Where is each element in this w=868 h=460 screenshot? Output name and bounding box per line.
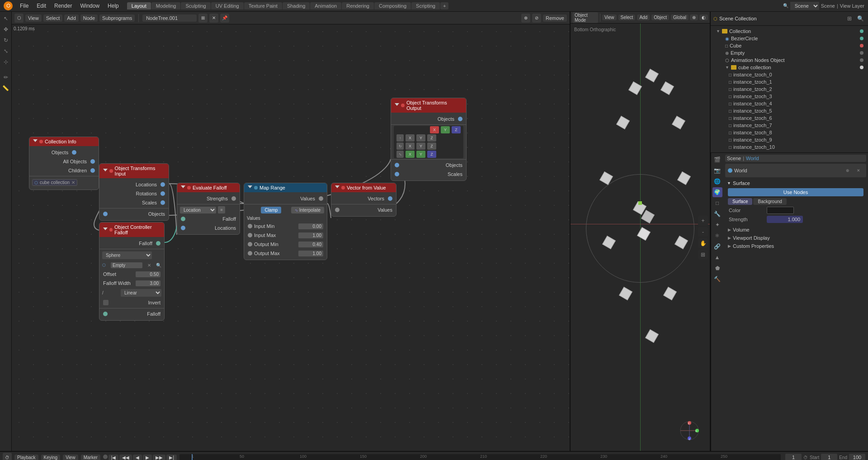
socket-values-in[interactable] (335, 208, 340, 212)
prop-object-btn[interactable]: □ (712, 198, 722, 208)
frame-end-input[interactable] (849, 454, 865, 460)
sc-item-inst1[interactable]: □ instance_tzoch_1 (712, 78, 866, 85)
node-evaluate-falloff-header[interactable]: Evaluate Falloff (177, 183, 240, 192)
frame-start-input[interactable] (821, 454, 837, 460)
vp-object-btn[interactable]: Object (651, 14, 669, 20)
row1-y[interactable]: Y (416, 134, 425, 142)
workspace-scripting[interactable]: Scripting (411, 2, 440, 9)
row1-icon[interactable]: ↑ (396, 134, 404, 142)
workspace-compositing[interactable]: Compositing (374, 2, 411, 9)
row2-x[interactable]: X (406, 142, 415, 150)
prop-data-btn[interactable]: ▲ (712, 252, 722, 262)
viewport-display-expand[interactable]: ▶ Viewport Display (725, 234, 866, 242)
prop-scene-btn[interactable]: 🎬 (712, 155, 722, 165)
y-header[interactable]: Y (441, 126, 450, 133)
row2-icon[interactable]: ↻ (396, 142, 404, 150)
node-tree-name-input[interactable] (142, 14, 197, 22)
prop-particles-btn[interactable]: ✦ (712, 220, 722, 230)
node-subprograms-btn[interactable]: Subprograms (99, 14, 135, 22)
surface-expand-row[interactable]: ▼ Surface (725, 179, 866, 187)
collapse-triangle[interactable] (103, 228, 108, 232)
sc-item-inst3[interactable]: □ instance_tzoch_3 (712, 93, 866, 100)
color-swatch[interactable] (767, 207, 794, 214)
empty-object-input[interactable] (111, 262, 142, 268)
current-frame-input[interactable] (785, 454, 802, 460)
grid-btn[interactable]: ⊞ (698, 249, 708, 259)
remove-btn[interactable]: Remove (543, 14, 567, 22)
socket-rotations-out[interactable] (160, 191, 165, 196)
workspace-layout[interactable]: Layout (127, 2, 151, 9)
sc-item-beziercircle[interactable]: ◉ BezierCircle (712, 35, 866, 42)
sc-item-collection[interactable]: ▼ Collection (712, 28, 866, 35)
x-header[interactable]: X (430, 126, 439, 133)
visibility-dot[interactable] (860, 66, 863, 69)
node-select-btn[interactable]: Select (43, 14, 63, 22)
zoom-in-btn[interactable]: + (698, 215, 708, 225)
prop-scene2-btn[interactable]: 🌐 (712, 176, 722, 186)
tag-remove[interactable]: ✕ (71, 180, 75, 185)
input-min-input[interactable] (298, 223, 323, 229)
menu-edit[interactable]: Edit (33, 2, 50, 10)
jump-end-btn[interactable]: ▶| (166, 455, 177, 460)
socket-falloff-out[interactable] (156, 241, 160, 246)
row1-x[interactable]: X (406, 134, 415, 142)
node-node-btn[interactable]: Node (80, 14, 98, 22)
node-close-icon[interactable]: ✕ (209, 14, 218, 23)
zoom-out-btn[interactable]: - (698, 227, 708, 237)
collapse-triangle[interactable] (335, 185, 340, 190)
search-btn[interactable]: 🔍 (855, 14, 865, 24)
view-btn[interactable]: View (63, 455, 78, 460)
surface-tab-background[interactable]: Background (753, 198, 786, 205)
node-pin-icon[interactable]: 📌 (220, 14, 229, 23)
tool-scale[interactable]: ⤡ (1, 46, 11, 56)
sc-item-animnodes[interactable]: ⬡ Animation Nodes Object (712, 57, 866, 64)
prop-material-btn[interactable]: ⬟ (712, 263, 722, 273)
sc-item-inst0[interactable]: □ instance_tzoch_0 (712, 71, 866, 78)
prop-renderlayers-btn[interactable]: 📷 (712, 166, 722, 175)
tool-move[interactable]: ✥ (1, 24, 11, 34)
sc-item-inst8[interactable]: □ instance_tzoch_8 (712, 129, 866, 136)
socket-falloff-in[interactable] (103, 312, 108, 316)
node-collection-info-header[interactable]: Collection Info (29, 137, 99, 146)
row3-icon[interactable]: ⤡ (396, 151, 404, 158)
prop-physics-btn[interactable]: ⚛ (712, 231, 722, 241)
collapse-triangle[interactable] (103, 169, 108, 174)
row3-z[interactable]: Z (427, 151, 436, 158)
tool-transform[interactable]: ⊹ (1, 57, 11, 67)
volume-expand[interactable]: ▶ Volume (725, 226, 866, 234)
world-browse-btn[interactable]: ⊕ (843, 166, 853, 175)
offset-input[interactable] (136, 271, 160, 277)
record-btn[interactable] (103, 455, 108, 459)
z-header[interactable]: Z (452, 126, 461, 133)
socket-outputmin-in[interactable] (248, 242, 252, 247)
workspace-animation[interactable]: Animation (310, 2, 341, 9)
workspace-add-tab[interactable]: + (440, 2, 448, 9)
sc-item-cube-collection[interactable]: ▼ cube collection (712, 64, 866, 71)
socket-scales-in[interactable] (395, 172, 399, 176)
socket-values-out[interactable] (319, 196, 323, 201)
node-add-btn[interactable]: Add (64, 14, 79, 22)
node-vector-from-value-header[interactable]: Vector from Value (331, 183, 396, 192)
workspace-modeling[interactable]: Modeling (151, 2, 181, 9)
snap-icon[interactable]: ⊕ (521, 14, 530, 23)
node-canvas[interactable]: 0.1209 ms (12, 24, 570, 451)
play-btn[interactable]: ▶ (143, 455, 152, 460)
prev-frame-btn[interactable]: ◀◀ (119, 455, 132, 460)
invert-checkbox[interactable] (103, 300, 108, 305)
socket-objects-out[interactable] (458, 117, 462, 121)
visibility-dot[interactable] (860, 29, 863, 33)
clamp-btn[interactable]: Clamp (261, 207, 281, 213)
node-obj-controller-falloff-header[interactable]: Object Controller Falloff (99, 223, 164, 237)
jump-start-btn[interactable]: |◀ (108, 455, 119, 460)
output-min-input[interactable] (298, 242, 323, 247)
transform-global-btn[interactable]: Global (671, 14, 689, 20)
socket-objects-out[interactable] (72, 150, 76, 155)
viewport-canvas[interactable]: Bottom Orthographic (571, 24, 710, 451)
sc-item-inst7[interactable]: □ instance_tzoch_7 (712, 122, 866, 129)
socket-locations-in[interactable] (181, 226, 185, 230)
output-max-input[interactable] (298, 251, 323, 256)
socket-scales-out[interactable] (160, 200, 165, 205)
vp-render-btn[interactable]: ◐ (699, 14, 708, 20)
collapse-triangle[interactable] (248, 185, 252, 190)
sc-item-inst10[interactable]: □ instance_tzoch_10 (712, 143, 866, 151)
